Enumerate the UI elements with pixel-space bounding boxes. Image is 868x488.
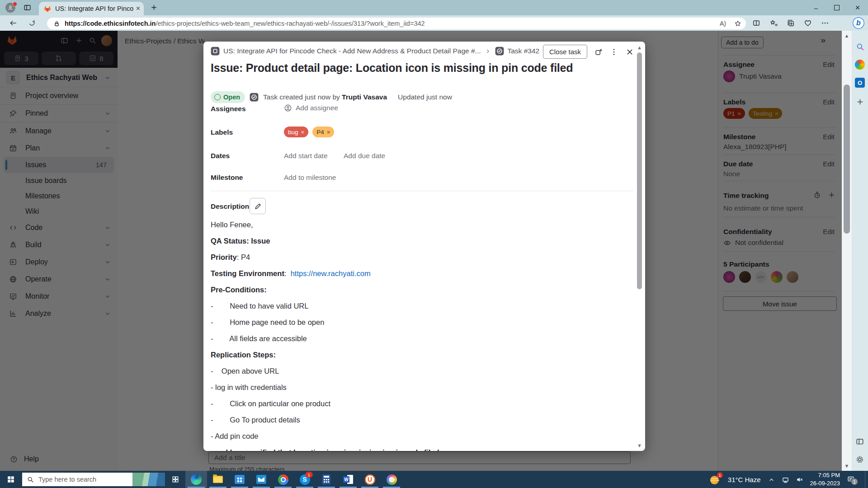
- add-start-date-button[interactable]: Add start date: [284, 152, 328, 160]
- desktop-screen: US: Integrate API for Pincode Che × – × …: [0, 0, 868, 488]
- task-type-icon: [495, 47, 504, 56]
- window-minimize-button[interactable]: –: [806, 0, 826, 15]
- network-icon[interactable]: [782, 476, 789, 483]
- settings-icon[interactable]: [855, 455, 865, 465]
- notification-center-icon[interactable]: 1: [847, 475, 855, 483]
- taskbar-app-edge[interactable]: [185, 471, 207, 488]
- more-options-icon[interactable]: [821, 19, 829, 27]
- taskbar-app-calculator[interactable]: [316, 471, 337, 488]
- page-scrollbar[interactable]: ▲ ▼: [842, 31, 852, 471]
- label-pill-p4[interactable]: P4×: [312, 127, 334, 137]
- address-bar[interactable]: https://code.ethicsinfotech.in/ethics-pr…: [47, 18, 746, 29]
- edit-description-button[interactable]: [250, 198, 266, 214]
- refresh-icon[interactable]: [28, 19, 36, 27]
- assignees-field-label: Assignees: [211, 105, 246, 113]
- add-assignee-button[interactable]: Add assignee: [284, 104, 338, 112]
- description-line: - log in with credentials: [211, 383, 625, 399]
- description-line: Pre-Conditions:: [211, 286, 625, 302]
- profile-notification-dot: [13, 2, 17, 6]
- more-actions-icon[interactable]: [610, 48, 618, 56]
- modal-parent-crumb[interactable]: US: Integrate API for Pincode Check - Ad…: [223, 47, 481, 55]
- description-line: - All fields are accessible: [211, 334, 625, 351]
- taskbar-clock[interactable]: 7:05 PM26-09-2023: [810, 471, 840, 487]
- remove-label-icon[interactable]: ×: [327, 129, 330, 136]
- search-icon: [27, 476, 34, 483]
- taskbar-app-store[interactable]: [229, 471, 250, 488]
- bing-search-highlight-image[interactable]: [132, 473, 165, 486]
- modal-task-crumb[interactable]: Task #342: [508, 47, 540, 55]
- description-line: - Open above URL: [211, 367, 625, 383]
- modal-scroll-up-icon[interactable]: ▲: [637, 45, 642, 50]
- description-heading: Description: [211, 202, 249, 211]
- weather-icon[interactable]: 1: [710, 474, 721, 484]
- label-pill-bug[interactable]: bug×: [284, 127, 308, 137]
- search-icon[interactable]: [855, 42, 865, 52]
- split-screen-icon[interactable]: [752, 19, 760, 27]
- edge-sidebar-rail: O: [852, 31, 868, 471]
- milestone-field-label: Milestone: [211, 174, 243, 182]
- hidden-icons-chevron-icon[interactable]: [768, 476, 775, 483]
- close-task-button[interactable]: Close task: [543, 45, 587, 59]
- description-line: QA Status: Issue: [211, 237, 625, 253]
- browser-tab[interactable]: US: Integrate API for Pincode Che ×: [39, 2, 144, 15]
- workspaces-icon[interactable]: [24, 4, 31, 11]
- status-badge: Open: [211, 91, 245, 103]
- outlook-icon[interactable]: O: [855, 78, 865, 88]
- remove-label-icon[interactable]: ×: [301, 129, 305, 136]
- copilot-icon[interactable]: [855, 60, 865, 70]
- volume-muted-icon[interactable]: [796, 476, 803, 483]
- add-favorite-star-icon[interactable]: [734, 20, 741, 27]
- weather-badge: 1: [717, 472, 723, 478]
- search-placeholder: Type here to search: [38, 476, 132, 483]
- description-line: Replication Steps:: [211, 351, 625, 367]
- windows-taskbar: Type here to search S1WU 1 31°C Haze 7:0…: [0, 471, 868, 488]
- description-line: === I have verified that Location icon i…: [211, 448, 625, 451]
- task-type-icon: [250, 93, 259, 102]
- chevron-right-icon: [485, 48, 491, 55]
- add-due-date-button[interactable]: Add due date: [344, 152, 385, 160]
- show-desktop-strip[interactable]: [865, 471, 868, 488]
- browser-toolbar: https://code.ethicsinfotech.in/ethics-pr…: [0, 15, 868, 31]
- taskbar-app-explorer[interactable]: [207, 471, 229, 488]
- created-meta: Task created just now by Trupti Vasava: [263, 93, 387, 101]
- description-link[interactable]: https://new.rachyati.com: [291, 269, 371, 277]
- taskbar-app-ultraviewer[interactable]: U: [359, 471, 381, 488]
- taskbar-search-box[interactable]: Type here to search: [22, 472, 165, 487]
- system-tray: 1 31°C Haze 7:05 PM26-09-2023 1: [710, 471, 855, 487]
- new-icon[interactable]: [855, 97, 865, 107]
- description-line: - Add pin code: [211, 432, 625, 448]
- url-text[interactable]: https://code.ethicsinfotech.in/ethics-pr…: [65, 20, 720, 27]
- description-line: Testing Environment: https://new.rachyat…: [211, 269, 625, 286]
- favorites-icon[interactable]: [769, 19, 778, 27]
- back-icon[interactable]: [9, 19, 17, 27]
- open-full-page-icon[interactable]: [594, 48, 603, 56]
- start-button[interactable]: [0, 471, 22, 488]
- task-view-icon[interactable]: [165, 471, 185, 488]
- description-line: Priority: P4: [211, 253, 625, 269]
- tab-close-icon[interactable]: ×: [136, 5, 140, 12]
- browser-tab-bar: US: Integrate API for Pincode Che × – ×: [0, 0, 868, 15]
- copilot-icon[interactable]: b: [853, 17, 864, 29]
- taskbar-app-mail[interactable]: [250, 471, 272, 488]
- read-aloud-icon[interactable]: A): [720, 20, 726, 27]
- taskbar-app-chrome[interactable]: [272, 471, 294, 488]
- weather-text[interactable]: 31°C Haze: [728, 476, 761, 483]
- description-line: - Go To product details: [211, 416, 625, 432]
- add-milestone-button[interactable]: Add to milestone: [284, 174, 336, 182]
- modal-scroll-down-icon[interactable]: ▼: [637, 443, 642, 448]
- page-scrollbar-thumb[interactable]: [844, 84, 850, 234]
- browser-essentials-icon[interactable]: [804, 19, 812, 27]
- sidebar-panel-icon[interactable]: [855, 436, 865, 446]
- new-tab-icon[interactable]: [150, 4, 158, 11]
- window-maximize-button[interactable]: [826, 0, 847, 15]
- modal-scrollbar[interactable]: [637, 52, 642, 289]
- collections-icon[interactable]: [787, 19, 795, 27]
- taskbar-app-skype[interactable]: S1: [294, 471, 316, 488]
- modal-close-icon[interactable]: [625, 47, 634, 56]
- issue-title: Issue: Product detail page: Location ico…: [211, 61, 631, 75]
- taskbar-app-word[interactable]: W: [337, 471, 359, 488]
- author-name[interactable]: Trupti Vasava: [342, 93, 387, 101]
- window-close-button[interactable]: ×: [847, 0, 868, 15]
- taskbar-app-paint[interactable]: [381, 471, 402, 488]
- notification-badge: 1: [851, 478, 858, 485]
